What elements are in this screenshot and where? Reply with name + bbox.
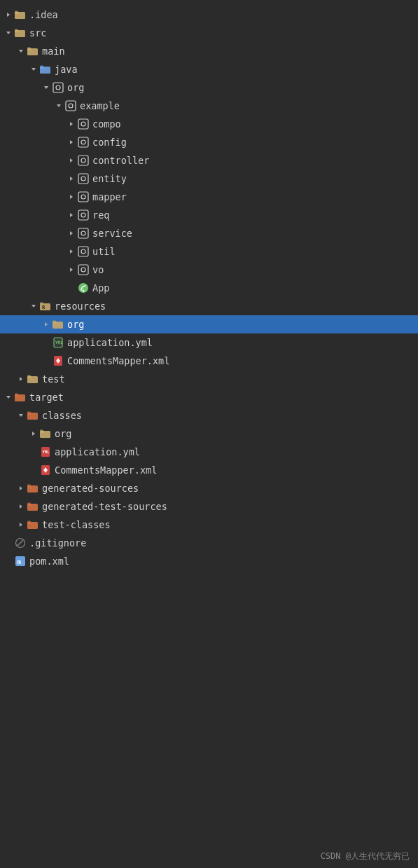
tree-item-main[interactable]: main xyxy=(0,42,418,60)
svg-point-24 xyxy=(81,122,85,126)
svg-marker-12 xyxy=(32,68,36,71)
tree-item-generated-test-sources[interactable]: generated-test-sources xyxy=(0,497,418,516)
tree-item-compo[interactable]: compo xyxy=(0,115,418,133)
arrow-java[interactable] xyxy=(28,64,39,75)
svg-text:m: m xyxy=(18,558,22,565)
icon-src xyxy=(14,27,27,39)
tree-item-service[interactable]: service xyxy=(0,224,418,242)
arrow-pom-xml[interactable] xyxy=(3,556,14,567)
arrow-application-yml2[interactable] xyxy=(28,446,39,457)
tree-item-example[interactable]: example xyxy=(0,97,418,115)
svg-rect-84 xyxy=(27,485,31,487)
arrow-app[interactable] xyxy=(66,282,77,294)
label-org3: org xyxy=(55,428,71,439)
icon-pom-xml: m xyxy=(14,555,27,567)
svg-marker-16 xyxy=(44,86,48,89)
arrow-vo[interactable] xyxy=(66,264,77,275)
arrow-mapper[interactable] xyxy=(66,191,77,202)
tree-item-generated-sources[interactable]: generated-sources xyxy=(0,479,418,497)
arrow-idea[interactable] xyxy=(3,9,14,20)
label-req: req xyxy=(92,209,109,221)
arrow-org[interactable] xyxy=(41,82,52,93)
tree-item-vo[interactable]: vo xyxy=(0,261,418,279)
arrow-generated-sources[interactable] xyxy=(15,483,27,494)
arrow-compo[interactable] xyxy=(66,118,77,130)
svg-marker-43 xyxy=(70,249,73,254)
arrow-controller[interactable] xyxy=(66,155,77,166)
tree-item-commentsmapper-xml2[interactable]: CommentsMapper.xml xyxy=(0,461,418,479)
label-src: src xyxy=(29,27,46,39)
tree-item-target[interactable]: target xyxy=(0,388,418,406)
tree-item-test[interactable]: test xyxy=(0,370,418,388)
tree-item-src[interactable]: src xyxy=(0,24,418,42)
arrow-config[interactable] xyxy=(66,137,77,148)
tree-item-config[interactable]: config xyxy=(0,133,418,151)
tree-item-java[interactable]: java xyxy=(0,60,418,78)
arrow-example[interactable] xyxy=(53,100,64,111)
svg-rect-77 xyxy=(40,430,43,432)
arrow-org2[interactable] xyxy=(41,319,52,330)
icon-java xyxy=(39,63,52,76)
arrow-commentsmapper-xml[interactable] xyxy=(41,355,52,366)
tree-item-pom-xml[interactable]: mpom.xml xyxy=(0,552,418,570)
icon-test xyxy=(27,373,39,385)
arrow-test-classes[interactable] xyxy=(15,519,27,530)
label-service: service xyxy=(92,228,132,239)
arrow-generated-test-sources[interactable] xyxy=(15,501,27,512)
tree-item-org[interactable]: org xyxy=(0,78,418,97)
icon-entity xyxy=(77,172,90,185)
tree-item-app[interactable]: App xyxy=(0,279,418,297)
icon-target xyxy=(14,391,27,404)
arrow-application-yml[interactable] xyxy=(41,337,52,348)
arrow-main[interactable] xyxy=(15,46,27,57)
tree-item-test-classes[interactable]: test-classes xyxy=(0,516,418,534)
tree-item-util[interactable]: util xyxy=(0,242,418,261)
svg-rect-29 xyxy=(78,156,88,165)
tree-item-classes[interactable]: classes xyxy=(0,406,418,425)
arrow-gitignore[interactable] xyxy=(3,537,14,549)
arrow-classes[interactable] xyxy=(15,410,27,421)
svg-marker-74 xyxy=(32,432,35,436)
svg-point-45 xyxy=(81,249,85,254)
tree-item-entity[interactable]: entity xyxy=(0,170,418,188)
tree-item-idea[interactable]: .idea xyxy=(0,6,418,24)
arrow-test[interactable] xyxy=(15,373,27,385)
arrow-entity[interactable] xyxy=(66,173,77,184)
svg-rect-20 xyxy=(66,101,76,111)
svg-rect-44 xyxy=(78,247,88,256)
tree-item-resources[interactable]: Rresources xyxy=(0,297,418,315)
svg-marker-89 xyxy=(20,523,22,527)
label-java: java xyxy=(55,64,78,75)
icon-req xyxy=(77,209,90,221)
svg-text:YML: YML xyxy=(43,450,50,454)
svg-point-18 xyxy=(56,85,60,90)
tree-item-org3[interactable]: org xyxy=(0,425,418,443)
tree-item-mapper[interactable]: mapper xyxy=(0,188,418,206)
arrow-commentsmapper-xml2[interactable] xyxy=(28,464,39,476)
tree-item-gitignore[interactable]: .gitignore xyxy=(0,534,418,552)
tree-item-application-yml[interactable]: YMLapplication.yml xyxy=(0,333,418,352)
arrow-src[interactable] xyxy=(3,27,14,39)
svg-marker-55 xyxy=(45,322,48,326)
label-vo: vo xyxy=(92,264,104,275)
label-main: main xyxy=(42,46,65,57)
arrow-util[interactable] xyxy=(66,246,77,257)
label-pom-xml: pom.xml xyxy=(29,556,69,567)
arrow-org3[interactable] xyxy=(28,428,39,439)
icon-commentsmapper-xml2 xyxy=(39,464,52,476)
svg-rect-15 xyxy=(40,66,43,68)
arrow-req[interactable] xyxy=(66,209,77,221)
arrow-resources[interactable] xyxy=(28,301,39,312)
icon-application-yml2: YML xyxy=(39,446,52,458)
arrow-target[interactable] xyxy=(3,392,14,403)
tree-item-commentsmapper-xml[interactable]: CommentsMapper.xml xyxy=(0,352,418,370)
label-util: util xyxy=(92,246,116,257)
tree-item-org2[interactable]: org xyxy=(0,315,418,333)
icon-service xyxy=(77,227,90,240)
arrow-service[interactable] xyxy=(66,228,77,239)
svg-rect-69 xyxy=(15,394,18,396)
tree-item-req[interactable]: req xyxy=(0,206,418,224)
icon-gitignore xyxy=(14,537,27,549)
tree-item-application-yml2[interactable]: YMLapplication.yml xyxy=(0,443,418,461)
tree-item-controller[interactable]: controller xyxy=(0,151,418,170)
